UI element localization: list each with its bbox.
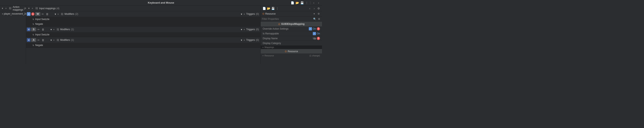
display-category-label: Display Category	[263, 42, 320, 45]
negate-a-label: Negate	[35, 44, 43, 47]
resource-footer-btn[interactable]: ⊙ Resource	[261, 49, 322, 54]
resource-settings-icon[interactable]: ⚙	[317, 12, 320, 16]
triggers-w-label: Triggers	[246, 12, 255, 15]
link-input-mapping-icon[interactable]: ⛓	[35, 6, 38, 10]
override-action-settings-label: Override Action Settings	[263, 27, 309, 30]
settings-icon-w[interactable]: ⚙	[27, 12, 30, 16]
add-modifier-s-icon[interactable]: +	[52, 28, 55, 31]
sub-expand-icon-a: ⇅	[32, 44, 34, 46]
key-w[interactable]: W	[35, 12, 40, 16]
link-modifier-s-icon[interactable]: ⛓	[56, 28, 60, 31]
menu-icon[interactable]: ⋮	[305, 1, 308, 4]
is-remappable-label: Is Remappable	[263, 32, 313, 35]
key-a[interactable]: A	[31, 38, 36, 42]
mapping-row-a[interactable]: ⚙ A ✏ 🗑 ▾ + ⛓ Modifiers (1) ▾ + Triggers	[26, 37, 260, 43]
right-back-icon[interactable]: ‹	[308, 6, 312, 10]
sub-item-negate-w[interactable]: ⇅ Negate	[26, 22, 260, 26]
link-modifier-w-icon[interactable]: ⛓	[60, 12, 64, 16]
right-forward-icon[interactable]: ›	[312, 6, 316, 10]
resource-section-icon: ▸	[263, 55, 264, 57]
guide-title: GUIDEInputMapping	[281, 23, 304, 25]
add-trigger-a-icon[interactable]: +	[243, 38, 246, 42]
expand-input-mappings-icon[interactable]: ▾	[28, 6, 30, 10]
search-icon[interactable]: 🔍	[313, 17, 316, 21]
triggers-w-btn[interactable]: ▾ + Triggers (0)	[240, 12, 260, 16]
display-name-label: Display Name	[263, 37, 313, 40]
add-trigger-s-icon[interactable]: +	[243, 28, 246, 31]
sub-item-input-swizzle-s[interactable]: ⇅ Input Swizzle	[26, 32, 260, 37]
notification-badge-3: 3	[317, 37, 320, 40]
resource-label: Resource	[265, 12, 312, 15]
add-input-mapping-icon[interactable]: +	[31, 6, 34, 10]
right-settings-icon[interactable]: ⚙	[317, 6, 320, 10]
delete-s-icon[interactable]: 🗑	[41, 28, 45, 31]
right-save-icon[interactable]: 💾	[271, 6, 275, 10]
triggers-s-btn[interactable]: ▾ + Triggers (0)	[240, 27, 260, 32]
window-title: Keyboard and Mouse	[148, 1, 174, 4]
expand-modifiers-w-icon: ▾	[55, 12, 56, 16]
resource-row: ⊙ Resource ▾ ⚙	[261, 11, 322, 16]
mappings-section-label: Mappings	[264, 46, 274, 48]
open-file-icon[interactable]: 📂	[295, 1, 299, 4]
forward-icon[interactable]: ›	[317, 1, 320, 4]
link-modifier-a-icon[interactable]: ⛓	[56, 38, 60, 42]
triggers-a-label: Triggers	[246, 39, 255, 41]
resource-section-bottom[interactable]: ▸ Resource (1 change)	[261, 54, 322, 57]
sub-expand-icon-s: ⇅	[32, 34, 34, 36]
add-modifier-a-icon[interactable]: +	[52, 38, 55, 42]
filter-settings-icon[interactable]: ⚙	[317, 17, 321, 21]
modifiers-s-label: Modifiers	[60, 28, 70, 31]
modifiers-w-count: (2)	[75, 12, 78, 15]
add-modifier-w-icon[interactable]: +	[57, 12, 60, 16]
override-action-settings-row: Override Action Settings ✓ On 2	[261, 26, 322, 31]
mappings-section-divider[interactable]: ▸ Mappings	[261, 46, 322, 49]
modifiers-a-count: (1)	[71, 39, 74, 41]
modifiers-s-btn[interactable]: ▾ + ⛓ Modifiers (1)	[50, 27, 75, 32]
modifiers-a-btn[interactable]: ▾ + ⛓ Modifiers (1)	[50, 38, 75, 42]
separator	[310, 1, 310, 4]
delete-w-icon[interactable]: 🗑	[45, 12, 49, 16]
resource-expand-icon[interactable]: ▾	[312, 12, 316, 16]
right-open-file-icon[interactable]: 📂	[267, 6, 270, 10]
triggers-a-btn[interactable]: ▾ + Triggers (0)	[240, 38, 260, 42]
expand-modifiers-s-icon: ▾	[50, 28, 52, 31]
action-mappings-label: Action mappings	[13, 5, 23, 11]
settings-icon-s[interactable]: ⚙	[27, 28, 30, 31]
mapping-row-s[interactable]: ⚙ S ✏ 🗑 ▾ + ⛓ Modifiers (1) ▾ + Triggers	[26, 27, 260, 32]
mapping-row-w[interactable]: ⚙ 1 W ✏ 🗑 ▾ + ⛓ Modifiers (2) ▾ + Trigge…	[26, 11, 260, 17]
settings-icon-a[interactable]: ⚙	[27, 38, 30, 42]
add-trigger-w-icon[interactable]: +	[243, 12, 246, 16]
edit-w-icon[interactable]: ✏	[41, 12, 44, 16]
save-file-icon[interactable]: 💾	[300, 1, 304, 4]
guide-input-mapping-header: ⊙ GUIDEInputMapping	[261, 22, 322, 26]
notification-badge-1: 1	[31, 12, 34, 16]
right-new-file-icon[interactable]: 📄	[262, 6, 266, 10]
key-s[interactable]: S	[31, 28, 36, 31]
back-icon[interactable]: ‹	[312, 1, 316, 4]
input-mappings-count: (4)	[56, 7, 60, 10]
sub-item-negate-a[interactable]: ⇅ Negate	[26, 43, 260, 48]
right-panel: 📄 📂 💾 ⋮ ‹ › ⚙ ⊙ Resource ▾ ⚙ 🔍 ⚙	[261, 5, 322, 64]
player-movement-item[interactable]: ▾ player_movement_2d	[1, 12, 25, 16]
add-action-mapping-icon[interactable]: +	[4, 6, 8, 10]
override-action-settings-checkbox[interactable]: ✓	[309, 27, 312, 30]
edit-a-icon[interactable]: ✏	[37, 38, 40, 42]
guide-orange-icon: ⊙	[278, 23, 280, 26]
action-mappings-header: ▾ + ⛓ Action mappings (4)	[0, 5, 26, 11]
main-layout: ▾ + ⛓ Action mappings (4) ▾ player_movem…	[0, 5, 322, 64]
expand-triggers-w-icon: ▾	[241, 12, 242, 16]
is-remappable-checkbox[interactable]: ✓	[313, 32, 316, 35]
right-menu-icon[interactable]: ⋮	[276, 6, 279, 10]
display-name-value: Up 3	[313, 37, 320, 40]
link-action-mapping-icon[interactable]: ⛓	[8, 6, 12, 10]
player-movement-label: player_movement_2d	[4, 12, 27, 15]
left-panel: ▾ + ⛓ Action mappings (4) ▾ player_movem…	[0, 5, 26, 64]
edit-s-icon[interactable]: ✏	[37, 28, 40, 31]
new-file-icon[interactable]: 📄	[290, 1, 294, 4]
sub-item-input-swizzle-w[interactable]: ⇅ Input Swizzle	[26, 17, 260, 22]
filter-properties-input[interactable]	[262, 18, 312, 20]
expand-action-mappings-icon[interactable]: ▾	[1, 6, 4, 10]
delete-a-icon[interactable]: 🗑	[41, 38, 45, 42]
modifiers-w-btn[interactable]: ▾ + ⛓ Modifiers (2)	[54, 12, 79, 16]
override-action-settings-value: ✓ On 2	[309, 27, 320, 30]
